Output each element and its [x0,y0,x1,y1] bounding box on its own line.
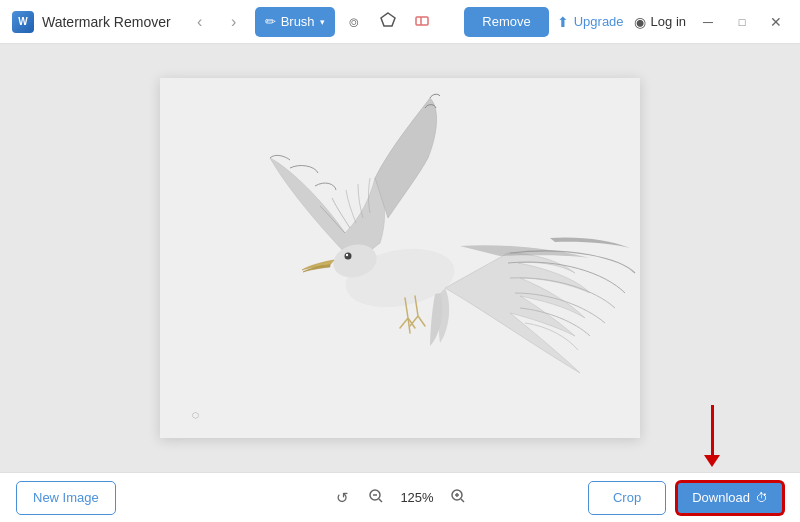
crop-label: Crop [613,490,641,505]
login-button[interactable]: ◉ Log in [634,14,686,30]
download-icon: ⏱ [756,491,768,505]
erase-button[interactable] [407,7,437,37]
polygon-button[interactable] [373,7,403,37]
lasso-icon: ⌾ [349,14,359,30]
remove-button[interactable]: Remove [464,7,548,37]
forward-icon [231,13,236,31]
minimize-icon: ─ [703,14,713,30]
download-button[interactable]: Download ⏱ [676,481,784,515]
bottom-right-actions: Crop Download ⏱ [588,481,784,515]
title-bar: W Watermark Remover ✏ Brush ▾ ⌾ [0,0,800,44]
zoom-reset-button[interactable]: ↺ [329,485,355,511]
login-label: Log in [651,14,686,29]
app-title: Watermark Remover [42,14,171,30]
svg-rect-1 [416,17,428,25]
crop-button[interactable]: Crop [588,481,666,515]
svg-text:⬡: ⬡ [192,411,199,420]
upgrade-button[interactable]: ⬆ Upgrade [557,14,624,30]
brush-icon: ✏ [265,14,276,29]
user-icon: ◉ [634,14,646,30]
image-container: ⬡ [160,78,640,438]
forward-button[interactable] [221,9,247,35]
svg-line-12 [379,499,382,502]
app-icon: W [12,11,34,33]
download-label: Download [692,490,750,505]
brush-label: Brush [281,14,315,29]
new-image-label: New Image [33,490,99,505]
lasso-button[interactable]: ⌾ [339,7,369,37]
seagull-image: ⬡ [160,78,640,438]
new-image-button[interactable]: New Image [16,481,116,515]
svg-marker-0 [381,13,395,26]
close-icon: ✕ [770,14,782,30]
canvas-area: ⬡ [0,44,800,472]
zoom-in-icon [450,488,466,507]
svg-point-8 [346,254,348,256]
upgrade-icon: ⬆ [557,14,569,30]
zoom-reset-icon: ↺ [336,489,349,507]
zoom-value: 125% [397,490,437,505]
erase-icon [414,12,430,31]
upgrade-label: Upgrade [574,14,624,29]
remove-label: Remove [482,14,530,29]
title-bar-right: ⬆ Upgrade ◉ Log in ─ □ ✕ [557,10,788,34]
maximize-icon: □ [739,16,746,28]
back-icon [197,13,202,31]
zoom-out-button[interactable] [363,485,389,511]
brush-button[interactable]: ✏ Brush ▾ [255,7,335,37]
polygon-icon [380,12,396,31]
bottom-bar: New Image ↺ 125% [0,472,800,522]
maximize-button[interactable]: □ [730,10,754,34]
brush-caret-icon: ▾ [320,17,325,27]
svg-line-16 [461,499,464,502]
back-button[interactable] [187,9,213,35]
zoom-controls: ↺ 125% [329,485,471,511]
close-button[interactable]: ✕ [764,10,788,34]
tool-group: ✏ Brush ▾ ⌾ [255,7,457,37]
svg-point-7 [345,253,352,260]
minimize-button[interactable]: ─ [696,10,720,34]
zoom-in-button[interactable] [445,485,471,511]
zoom-out-icon [368,488,384,507]
